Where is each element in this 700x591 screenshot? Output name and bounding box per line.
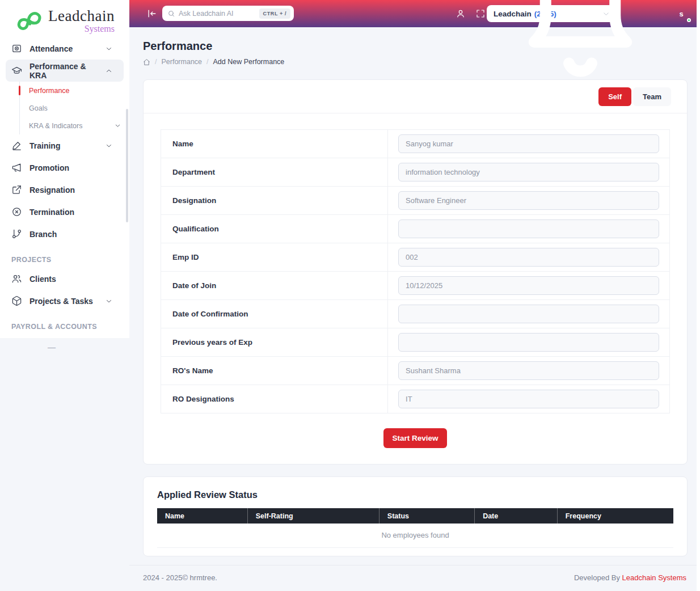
search-input[interactable] — [179, 10, 256, 18]
ai-search: CTRL + / — [162, 6, 294, 21]
field-label: Department — [161, 158, 388, 187]
chevron-down-icon — [105, 45, 113, 53]
leadchain-logo-icon — [15, 9, 44, 33]
chevron-up-icon — [105, 67, 113, 75]
notifications-button[interactable] — [495, 0, 665, 99]
form-row-qualification: Qualification — [161, 215, 670, 243]
sidebar-item-branch[interactable]: Branch — [0, 223, 129, 245]
home-icon[interactable] — [143, 58, 150, 66]
sidebar-collapse-icon[interactable] — [146, 8, 158, 19]
search-icon — [167, 10, 175, 18]
bell-icon — [495, 0, 665, 99]
avatar[interactable]: s — [675, 7, 688, 20]
sidebar-subitem-label: KRA & Indicators — [29, 122, 83, 130]
column-header-frequency: Frequency — [557, 508, 673, 524]
sidebar-item-training[interactable]: Training — [0, 134, 129, 157]
column-header-name: Name — [157, 508, 247, 524]
footer: 2024 - 2025© hrmtree. Developed By Leadc… — [129, 565, 700, 582]
chevron-down-icon — [105, 297, 113, 305]
field-label: Date of Join — [161, 272, 388, 300]
applied-review-status-card: Applied Review Status NameSelf-RatingSta… — [143, 476, 688, 556]
sidebar-submenu: PerformanceGoalsKRA & Indicators — [19, 82, 129, 134]
topbar: CTRL + / Leadchain (2025) s — [129, 0, 700, 27]
field-label: Date of Confirmation — [161, 300, 388, 328]
chevron-down-icon — [114, 122, 121, 129]
footer-credit: Developed By Leadchain Systems — [574, 573, 686, 582]
field-label: Qualification — [161, 215, 388, 243]
sidebar-item-termination[interactable]: Termination — [0, 201, 129, 223]
employee-profile-table: NameDepartmentDesignationQualificationEm… — [161, 129, 670, 413]
field-label: RO's Name — [161, 357, 388, 385]
brand-logo[interactable]: Leadchain Systems — [0, 0, 129, 37]
form-actions: Start Review — [161, 413, 670, 448]
form-row-date-of-join: Date of Join — [161, 272, 670, 300]
main-content: Performance / Performance / Add New Perf… — [129, 27, 700, 556]
brand-text: Leadchain Systems — [48, 9, 115, 33]
form-row-previous-years-of-exp: Previous years of Exp — [161, 328, 670, 357]
sidebar: Leadchain Systems AttendancePerformance … — [0, 0, 129, 338]
field-label: Emp ID — [161, 243, 388, 272]
sidebar-item-label: Projects & Tasks — [29, 297, 93, 306]
sidebar-collapsed-placeholder: — — [48, 343, 56, 352]
sidebar-item-label: Branch — [29, 230, 57, 239]
sidebar-item-performance-kra[interactable]: Performance & KRA — [6, 60, 124, 82]
resignation-icon — [11, 184, 22, 195]
sidebar-subitem-label: Goals — [29, 104, 48, 112]
sidebar-item-promotion[interactable]: Promotion — [0, 157, 129, 179]
footer-developed-by: Developed By — [574, 573, 620, 582]
sidebar-item-label: Termination — [29, 208, 74, 217]
start-review-button[interactable]: Start Review — [383, 428, 446, 448]
chevron-down-icon — [105, 142, 113, 150]
column-header-self-rating: Self-Rating — [247, 508, 379, 524]
field-label: RO Designations — [161, 385, 388, 413]
sidebar-subitem-kra-indicators[interactable]: KRA & Indicators — [20, 117, 129, 134]
avatar-initial: s — [679, 10, 683, 18]
sidebar-nav: AttendancePerformance & KRAPerformanceGo… — [0, 37, 129, 335]
name-input[interactable] — [398, 134, 659, 153]
sidebar-subitem-performance[interactable]: Performance — [20, 82, 129, 99]
brand-subname: Systems — [48, 24, 115, 33]
empty-state-message: No employees found — [157, 524, 673, 547]
previous-years-of-exp-input[interactable] — [398, 333, 659, 352]
designation-input[interactable] — [398, 191, 659, 210]
sidebar-item-clients[interactable]: Clients — [0, 268, 129, 290]
termination-icon — [11, 206, 22, 217]
breadcrumb-performance[interactable]: Performance — [161, 58, 202, 66]
topbar-actions: s — [456, 0, 688, 27]
performance-kra-icon — [11, 65, 22, 76]
field-label: Designation — [161, 187, 388, 215]
sidebar-item-resignation[interactable]: Resignation — [0, 179, 129, 201]
sidebar-item-projects-tasks[interactable]: Projects & Tasks — [0, 290, 129, 312]
promotion-icon — [11, 162, 22, 173]
column-header-status: Status — [379, 508, 474, 524]
sidebar-item-label: Clients — [29, 275, 56, 284]
sidebar-item-label: Performance & KRA — [29, 62, 105, 80]
department-input[interactable] — [398, 163, 659, 181]
form-row-department: Department — [161, 158, 670, 187]
fullscreen-icon[interactable] — [475, 9, 486, 19]
date-of-confirmation-input[interactable] — [398, 305, 659, 323]
field-label: Name — [161, 130, 388, 158]
performance-form-card: Self Team NameDepartmentDesignationQuali… — [143, 79, 688, 465]
sidebar-item-attendance[interactable]: Attendance — [0, 37, 129, 60]
sidebar-subitem-goals[interactable]: Goals — [20, 99, 129, 117]
table-row: No employees found — [157, 524, 673, 547]
date-of-join-input[interactable] — [398, 276, 659, 295]
sidebar-item-label: Attendance — [29, 44, 73, 53]
qualification-input[interactable] — [398, 219, 659, 238]
ro-designations-input[interactable] — [398, 390, 659, 408]
field-label: Previous years of Exp — [161, 328, 388, 357]
review-status-heading: Applied Review Status — [157, 489, 673, 500]
sidebar-scrollbar[interactable] — [126, 109, 128, 222]
sidebar-section-payroll-accounts: PAYROLL & ACCOUNTS — [0, 312, 129, 335]
sidebar-item-label: Training — [29, 141, 60, 150]
ro-s-name-input[interactable] — [398, 361, 659, 380]
emp-id-input[interactable] — [398, 248, 659, 267]
column-header-date: Date — [475, 508, 558, 524]
browser-scrollbar-track[interactable] — [697, 0, 700, 591]
footer-developer-link[interactable]: Leadchain Systems — [622, 573, 686, 582]
branch-icon — [11, 229, 22, 239]
sidebar-subitem-label: Performance — [29, 87, 70, 95]
breadcrumb-current: Add New Performance — [213, 58, 285, 66]
user-icon[interactable] — [456, 9, 466, 19]
